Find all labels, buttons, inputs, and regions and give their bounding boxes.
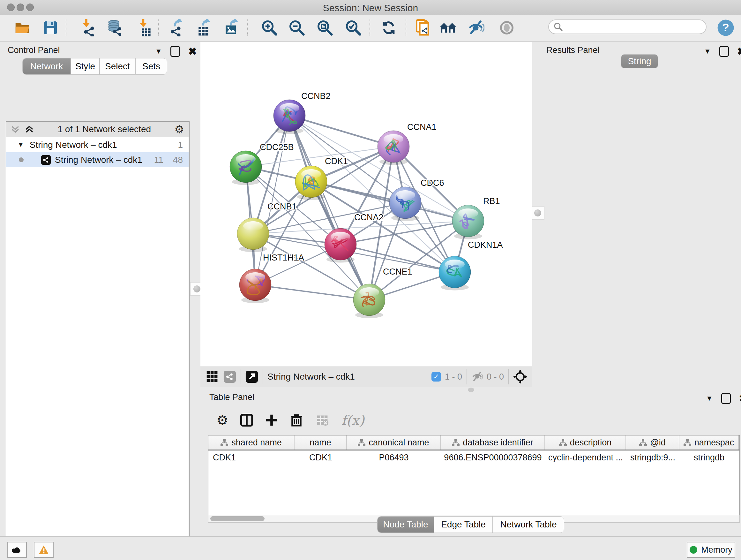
add-column-icon[interactable] (265, 414, 278, 427)
network-edge[interactable] (289, 116, 369, 300)
network-share-icon (41, 155, 51, 165)
search-box[interactable] (548, 19, 706, 34)
table-column-header[interactable]: shared name (208, 435, 294, 449)
network-edge[interactable] (255, 285, 369, 300)
network-node[interactable]: CDC6 (389, 178, 444, 221)
tab-string[interactable]: String (621, 54, 658, 68)
network-collection-row[interactable]: ▼ String Network – cdk1 1 (6, 137, 189, 152)
float-panel-icon[interactable] (721, 393, 731, 404)
tab-node-table[interactable]: Node Table (377, 516, 434, 533)
export-network-icon[interactable] (168, 19, 186, 37)
clone-network-icon[interactable] (414, 19, 432, 37)
close-panel-icon[interactable]: ✖ (737, 48, 741, 55)
table-cell[interactable]: stringdb (679, 450, 739, 464)
network-canvas[interactable]: CCNB2CCNA1CDC25BCDK1CDC6RB1CCNB1CCNA2CDK… (200, 42, 532, 366)
table-cell[interactable]: 9606.ENSP00000378699 (441, 450, 545, 464)
table-column-header[interactable]: canonical name (347, 435, 441, 449)
cloud-icon (11, 546, 23, 554)
network-edge[interactable] (289, 116, 394, 146)
main-toolbar: ? (0, 15, 741, 42)
open-session-icon[interactable] (13, 19, 31, 37)
delete-column-icon[interactable] (290, 414, 303, 427)
show-columns-icon[interactable] (240, 414, 253, 427)
table-cell[interactable]: stringdb:9... (626, 450, 679, 464)
network-node[interactable]: HIST1H1A (239, 253, 304, 303)
table-row[interactable]: CDK1CDK1P064939606.ENSP00000378699cyclin… (208, 450, 739, 464)
function-builder-icon[interactable]: f(x) (341, 413, 364, 428)
table-cell[interactable]: cyclin-dependent ... (545, 450, 626, 464)
network-node-count: 11 (154, 155, 163, 165)
network-tree-header: 1 of 1 Network selected ⚙ (6, 122, 189, 137)
gear-icon[interactable]: ⚙ (175, 123, 184, 136)
eye-icon[interactable] (498, 19, 516, 37)
cloud-button[interactable] (7, 542, 27, 558)
tab-edge-table[interactable]: Edge Table (434, 516, 493, 533)
table-column-header[interactable]: @id (626, 435, 679, 449)
table-settings-gear-icon[interactable]: ⚙ (216, 413, 228, 428)
help-icon[interactable]: ? (717, 19, 735, 37)
table-cell[interactable]: CDK1 (208, 450, 294, 464)
network-node[interactable]: CCNE1 (353, 267, 412, 318)
refresh-icon[interactable] (380, 19, 398, 37)
tab-select[interactable]: Select (99, 58, 135, 75)
network-share-badge-icon[interactable] (223, 370, 236, 383)
table-column-header[interactable]: name (294, 435, 347, 449)
tab-style[interactable]: Style (71, 58, 99, 75)
detach-view-icon[interactable] (246, 370, 258, 383)
toolbar-separator (66, 19, 66, 36)
selected-counts: 1 - 0 (445, 372, 462, 382)
float-panel-icon[interactable] (719, 46, 729, 57)
export-table-icon[interactable] (196, 19, 213, 37)
network-node-label: HIST1H1A (263, 253, 304, 262)
houses-icon[interactable] (439, 19, 457, 37)
import-network-from-database-icon[interactable] (106, 19, 124, 37)
hidden-eye-slash-icon[interactable] (471, 371, 483, 382)
crosshair-icon[interactable] (513, 370, 527, 384)
zoom-fit-icon[interactable] (316, 19, 334, 37)
tab-network[interactable]: Network (22, 58, 71, 75)
import-network-icon[interactable] (79, 19, 97, 37)
zoom-out-icon[interactable] (288, 19, 306, 37)
shared-column-icon (684, 439, 691, 446)
import-table-icon[interactable] (135, 19, 153, 37)
network-node[interactable]: RB1 (452, 196, 500, 240)
table-column-header[interactable]: namespac (679, 435, 739, 449)
table-cell[interactable]: CDK1 (294, 450, 347, 464)
network-tree-panel: 1 of 1 Network selected ⚙ ▼ String Netwo… (6, 121, 190, 560)
delete-table-icon[interactable] (316, 414, 329, 427)
table-column-header[interactable]: description (545, 435, 626, 449)
network-row[interactable]: String Network – cdk1 11 48 (6, 152, 189, 167)
table-column-header[interactable]: database identifier (441, 435, 545, 449)
expand-all-icon[interactable] (24, 125, 34, 134)
float-panel-icon[interactable] (171, 46, 180, 57)
export-image-icon[interactable] (223, 19, 241, 37)
collapse-all-icon[interactable] (10, 125, 20, 134)
tab-sets[interactable]: Sets (135, 58, 167, 75)
table-hscrollbar-thumb[interactable] (210, 516, 265, 521)
zoom-selected-icon[interactable] (344, 19, 362, 37)
panel-menu-icon[interactable]: ▼ (155, 47, 162, 56)
network-node[interactable]: CDKN1A (439, 240, 503, 291)
panel-menu-icon[interactable]: ▼ (704, 47, 711, 56)
network-node[interactable]: CDK1 (295, 157, 348, 200)
network-node[interactable]: CDC25B (230, 142, 294, 185)
table-cell[interactable]: P06493 (347, 450, 441, 464)
close-panel-icon[interactable]: ✖ (188, 48, 197, 55)
shared-column-icon (220, 439, 228, 446)
zoom-in-icon[interactable] (260, 19, 278, 37)
warnings-button[interactable] (34, 542, 54, 558)
collection-label: String Network – cdk1 (30, 140, 117, 150)
panel-menu-icon[interactable]: ▼ (706, 394, 713, 402)
tab-network-table[interactable]: Network Table (493, 516, 564, 533)
close-panel-icon[interactable]: ✖ (739, 395, 741, 401)
hide-show-graphics-icon[interactable] (467, 19, 485, 37)
tree-expander-icon[interactable]: ▼ (17, 141, 24, 148)
memory-button[interactable]: Memory (687, 542, 735, 558)
node-table: shared namenamecanonical namedatabase id… (208, 435, 740, 515)
svg-text:?: ? (722, 21, 729, 34)
network-node[interactable]: CCNA1 (378, 122, 436, 165)
search-input[interactable] (563, 22, 698, 32)
save-session-icon[interactable] (42, 19, 59, 37)
birds-eye-grid-icon[interactable] (206, 371, 218, 383)
selected-checkbox-icon[interactable]: ✓ (431, 372, 441, 381)
